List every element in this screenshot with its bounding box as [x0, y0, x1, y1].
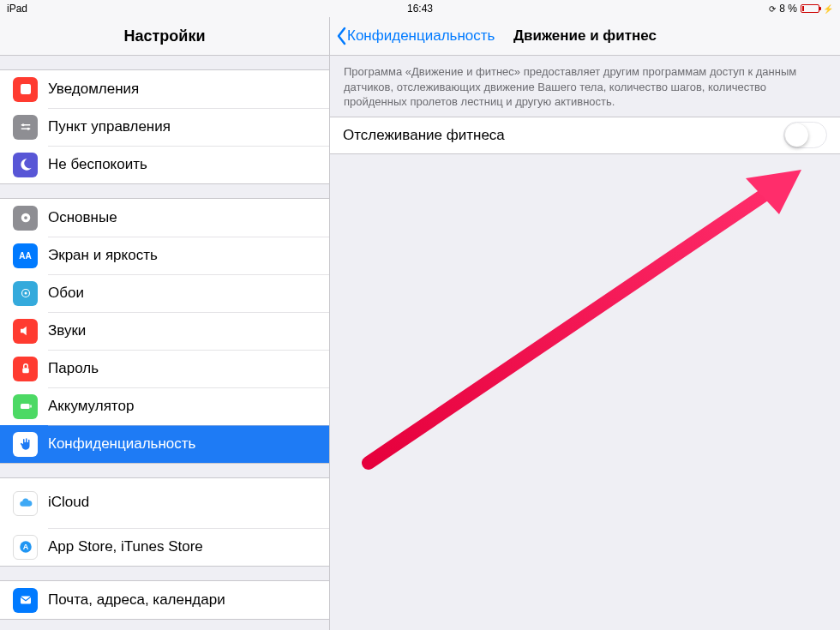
- setting-label: Отслеживание фитнеса: [343, 127, 505, 144]
- clock: 16:43: [407, 3, 433, 15]
- sidebar-item-label: Почта, адреса, календари: [48, 591, 225, 609]
- notifications-icon: [13, 77, 38, 102]
- sidebar-item-label: Пароль: [48, 360, 99, 377]
- sidebar-item-wallpaper[interactable]: Обои: [0, 274, 329, 312]
- sidebar-item-do-not-disturb[interactable]: Не беспокоить: [0, 146, 329, 183]
- moon-icon: [13, 153, 38, 177]
- sidebar-item-notifications[interactable]: Уведомления: [0, 70, 329, 108]
- fitness-tracking-toggle[interactable]: [783, 122, 827, 148]
- svg-text:A: A: [22, 543, 28, 551]
- sidebar-item-label: Не беспокоить: [48, 156, 147, 173]
- svg-point-8: [24, 292, 27, 295]
- battery-app-icon: [13, 394, 38, 419]
- svg-rect-14: [21, 597, 31, 604]
- status-bar: iPad 16:43 ⟳ 8 % ⚡: [0, 0, 840, 17]
- detail-pane: Конфиденциальность Движение и фитнес Про…: [330, 17, 840, 630]
- sidebar-item-label: iCloud: [48, 494, 89, 511]
- gear-icon: [13, 206, 38, 231]
- sidebar-group-4: Почта, адреса, календари: [0, 580, 329, 620]
- sidebar-title: Настройки: [0, 17, 329, 56]
- sidebar-item-icloud[interactable]: iCloud: [0, 478, 329, 528]
- svg-rect-9: [22, 368, 29, 373]
- sidebar-item-label: Аккумулятор: [48, 398, 134, 415]
- sidebar-item-label: Конфиденциальность: [48, 435, 195, 453]
- sidebar-item-label: Основные: [48, 209, 117, 226]
- svg-rect-2: [21, 124, 30, 126]
- orientation-lock-icon: ⟳: [769, 4, 776, 14]
- detail-navbar: Конфиденциальность Движение и фитнес: [330, 17, 840, 56]
- sidebar-group-3: iCloud A App Store, iTunes Store: [0, 477, 329, 567]
- control-center-icon: [13, 115, 38, 140]
- svg-rect-0: [21, 84, 31, 94]
- sidebar-item-stores[interactable]: A App Store, iTunes Store: [0, 528, 329, 566]
- svg-rect-11: [30, 405, 32, 408]
- svg-rect-4: [21, 129, 30, 130]
- sidebar-item-passcode[interactable]: Пароль: [0, 350, 329, 387]
- sidebar-group-2: Основные AA Экран и яркость Обои Звуки П…: [0, 198, 329, 464]
- text-size-icon: AA: [13, 243, 38, 268]
- sidebar-item-label: Экран и яркость: [48, 247, 158, 264]
- fitness-tracking-row: Отслеживание фитнеса: [330, 117, 840, 154]
- sidebar-item-privacy[interactable]: Конфиденциальность: [0, 425, 329, 463]
- hand-icon: [13, 432, 38, 457]
- svg-rect-10: [21, 404, 30, 409]
- battery-icon: [801, 4, 819, 13]
- battery-percent: 8 %: [779, 3, 797, 15]
- appstore-icon: A: [13, 535, 38, 560]
- sidebar-item-label: Звуки: [48, 322, 86, 339]
- section-description: Программа «Движение и фитнес» предоставл…: [330, 56, 840, 117]
- sidebar-item-battery[interactable]: Аккумулятор: [0, 387, 329, 425]
- sidebar-item-label: Уведомления: [48, 81, 139, 98]
- sidebar-item-control-center[interactable]: Пункт управления: [0, 108, 329, 146]
- sidebar-item-label: App Store, iTunes Store: [48, 538, 203, 555]
- chevron-left-icon: [335, 27, 347, 45]
- lock-icon: [13, 357, 38, 381]
- status-right: ⟳ 8 % ⚡: [769, 3, 833, 15]
- sidebar-item-general[interactable]: Основные: [0, 199, 329, 237]
- back-button[interactable]: Конфиденциальность: [330, 27, 495, 45]
- svg-point-6: [24, 216, 27, 219]
- sidebar-item-display[interactable]: AA Экран и яркость: [0, 237, 329, 274]
- sidebar-item-label: Пункт управления: [48, 118, 171, 135]
- back-label: Конфиденциальность: [347, 27, 495, 45]
- icloud-icon: [13, 491, 38, 516]
- sidebar-item-label: Обои: [48, 285, 84, 302]
- detail-title: Движение и фитнес: [513, 27, 657, 45]
- charging-icon: ⚡: [823, 4, 833, 14]
- sidebar-group-1: Уведомления Пункт управления Не беспокои…: [0, 69, 329, 184]
- settings-sidebar: Настройки Уведомления Пункт управления Н…: [0, 17, 330, 630]
- envelope-icon: [13, 588, 38, 613]
- device-label: iPad: [7, 3, 27, 15]
- sidebar-item-mail[interactable]: Почта, адреса, календари: [0, 581, 329, 619]
- speaker-icon: [13, 319, 38, 344]
- wallpaper-icon: [13, 281, 38, 306]
- annotation-arrow: [356, 163, 801, 471]
- sidebar-item-sounds[interactable]: Звуки: [0, 312, 329, 350]
